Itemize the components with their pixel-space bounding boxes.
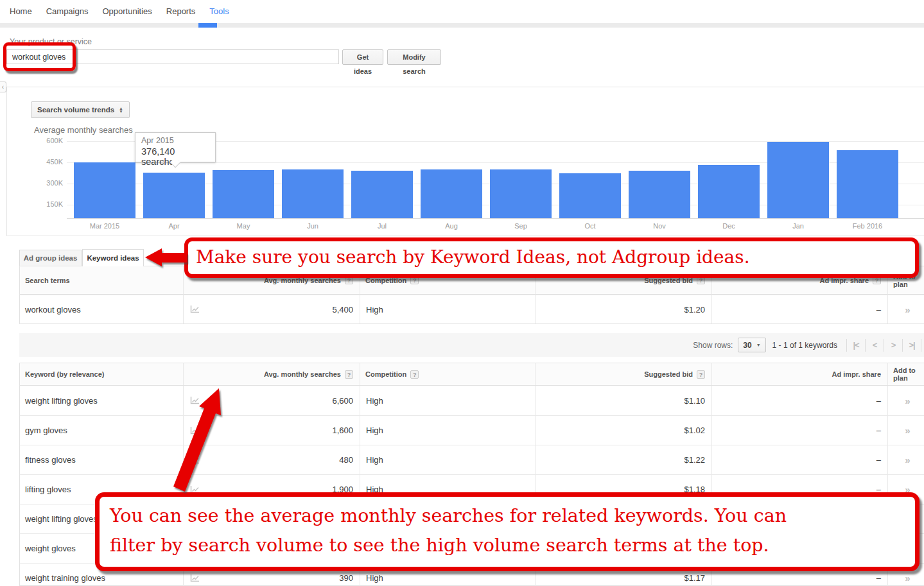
trend-chart-icon[interactable] bbox=[190, 305, 200, 313]
y-axis-label: 150K bbox=[30, 200, 63, 208]
get-ideas-button[interactable]: Get ideas bbox=[342, 49, 383, 65]
col-avg-monthly-searches: Avg. monthly searches bbox=[264, 370, 341, 378]
table-row: weight lifting gloves 6,600 High $1.10 –… bbox=[20, 386, 924, 415]
chart-bar[interactable] bbox=[143, 173, 205, 218]
pagination-range: 1 - 1 of 1 keywords bbox=[772, 341, 837, 350]
collapse-panel-handle[interactable]: ‹ bbox=[0, 82, 6, 92]
competition-value: High bbox=[360, 416, 536, 445]
help-icon[interactable]: ? bbox=[410, 370, 419, 379]
tooltip-month: Apr 2015 bbox=[141, 136, 209, 145]
x-axis-label: Apr bbox=[139, 222, 209, 230]
rows-per-page-dropdown[interactable]: 30 ▼ bbox=[738, 338, 765, 352]
x-axis-label: Jul bbox=[347, 222, 417, 230]
table-row: workout gloves 5,400 High $1.20 – » bbox=[20, 295, 924, 323]
y-axis-label: 600K bbox=[30, 137, 63, 144]
table-row: gym gloves 1,600 High $1.02 – » bbox=[20, 415, 924, 445]
top-nav: Home Campaigns Opportunities Reports Too… bbox=[0, 0, 924, 28]
x-axis-line bbox=[67, 218, 924, 219]
chart-bar[interactable] bbox=[767, 142, 829, 218]
suggested-bid-value: $1.22 bbox=[536, 445, 712, 474]
avg-searches-value: 1,600 bbox=[332, 426, 353, 435]
competition-value: High bbox=[360, 445, 536, 474]
product-service-input[interactable] bbox=[6, 49, 339, 64]
trend-chart-icon[interactable] bbox=[190, 426, 200, 435]
keyword-cell: fitness gloves bbox=[20, 445, 184, 474]
competition-value: High bbox=[360, 386, 536, 415]
impr-share-value: – bbox=[712, 386, 888, 415]
keyword-cell: gym gloves bbox=[20, 416, 184, 445]
add-to-plan-button[interactable]: » bbox=[888, 416, 924, 445]
pagination-bar: Show rows: 30 ▼ 1 - 1 of 1 keywords |< <… bbox=[19, 333, 924, 357]
annotation-text-line2: filter by search volume to see the high … bbox=[110, 531, 915, 560]
chart-bar[interactable] bbox=[490, 169, 552, 218]
col-keyword-by-relevance: Keyword (by relevance) bbox=[25, 370, 105, 378]
avg-searches-value: 6,600 bbox=[332, 396, 353, 406]
modify-search-button[interactable]: Modify search bbox=[387, 49, 441, 65]
competition-value: High bbox=[360, 295, 536, 323]
avg-searches-value: 5,400 bbox=[332, 305, 353, 315]
help-icon[interactable]: ? bbox=[345, 370, 353, 379]
trend-chart-icon[interactable] bbox=[190, 396, 200, 404]
prev-page-button[interactable]: < bbox=[866, 339, 884, 352]
impr-share-value: – bbox=[712, 445, 888, 474]
x-axis-label: Dec bbox=[694, 222, 763, 230]
first-page-button[interactable]: |< bbox=[847, 339, 866, 352]
arrow-to-keyword-ideas-tab bbox=[145, 248, 187, 266]
chart-bar[interactable] bbox=[629, 171, 690, 218]
last-page-button[interactable]: >| bbox=[903, 339, 921, 352]
nav-item-opportunities[interactable]: Opportunities bbox=[102, 6, 152, 16]
keyword-cell: workout gloves bbox=[20, 295, 184, 323]
chart-tooltip: Apr 2015 376,140 searches bbox=[135, 132, 216, 162]
col-add-to-plan: Add to plan bbox=[893, 366, 924, 382]
x-axis-label: Feb 2016 bbox=[833, 222, 902, 230]
col-competition: Competition bbox=[365, 370, 406, 378]
chart-bar[interactable] bbox=[74, 162, 135, 218]
suggested-bid-value: $1.02 bbox=[536, 416, 712, 445]
nav-item-tools[interactable]: Tools bbox=[209, 6, 229, 16]
x-axis-label: Aug bbox=[417, 222, 486, 230]
annotation-box-search-volume: You can see the average monthly searches… bbox=[95, 492, 920, 571]
y-axis-label: 450K bbox=[30, 158, 63, 166]
suggested-bid-value: $1.20 bbox=[536, 295, 712, 323]
x-axis-label: Jun bbox=[278, 222, 347, 230]
trend-chart-icon[interactable] bbox=[190, 574, 200, 582]
tab-ad-group-ideas[interactable]: Ad group ideas bbox=[19, 250, 82, 266]
nav-item-reports[interactable]: Reports bbox=[166, 6, 196, 16]
next-page-button[interactable]: > bbox=[884, 339, 903, 352]
keyword-cell: weight lifting gloves bbox=[20, 386, 184, 415]
help-icon[interactable]: ? bbox=[697, 370, 705, 379]
chart-bar[interactable] bbox=[351, 171, 413, 218]
annotation-text: Make sure you search by Keyword Ideas, n… bbox=[196, 246, 750, 268]
table-row: fitness gloves 480 High $1.22 – » bbox=[20, 445, 924, 474]
x-axis-label: May bbox=[209, 222, 278, 230]
tab-keyword-ideas[interactable]: Keyword ideas bbox=[82, 249, 144, 266]
show-rows-label: Show rows: bbox=[693, 341, 733, 350]
add-to-plan-button[interactable]: » bbox=[888, 295, 924, 323]
active-tab-underline bbox=[198, 23, 217, 28]
add-to-plan-button[interactable]: » bbox=[888, 445, 924, 474]
chevron-down-icon: ▼ bbox=[756, 343, 761, 347]
search-volume-panel: Search volume trends ▲▼ Average monthly … bbox=[6, 87, 924, 236]
trend-chart-icon[interactable] bbox=[190, 456, 200, 464]
x-axis-label: Oct bbox=[555, 222, 625, 230]
chart-bar[interactable] bbox=[282, 169, 344, 218]
impr-share-value: – bbox=[712, 295, 888, 323]
nav-item-home[interactable]: Home bbox=[10, 6, 32, 16]
nav-item-campaigns[interactable]: Campaigns bbox=[46, 6, 89, 16]
col-suggested-bid: Suggested bid bbox=[644, 370, 693, 378]
x-axis-label: Nov bbox=[625, 222, 694, 230]
chart-bar[interactable] bbox=[837, 150, 898, 218]
chart-bar[interactable] bbox=[421, 169, 482, 218]
annotation-text-line1: You can see the average monthly searches… bbox=[110, 501, 915, 531]
x-axis-label: Sep bbox=[486, 222, 555, 230]
x-axis-label: Mar 2015 bbox=[70, 222, 139, 230]
chart-bar[interactable] bbox=[698, 165, 760, 218]
rows-per-page-value: 30 bbox=[743, 341, 751, 350]
chart-bar[interactable] bbox=[559, 173, 621, 218]
nav-divider bbox=[0, 23, 924, 28]
chart-bar[interactable] bbox=[213, 170, 274, 218]
annotation-box-keyword-ideas: Make sure you search by Keyword Ideas, n… bbox=[184, 237, 919, 278]
add-to-plan-button[interactable]: » bbox=[888, 386, 924, 415]
product-service-label: Your product or service bbox=[10, 37, 92, 46]
impr-share-value: – bbox=[712, 416, 888, 445]
